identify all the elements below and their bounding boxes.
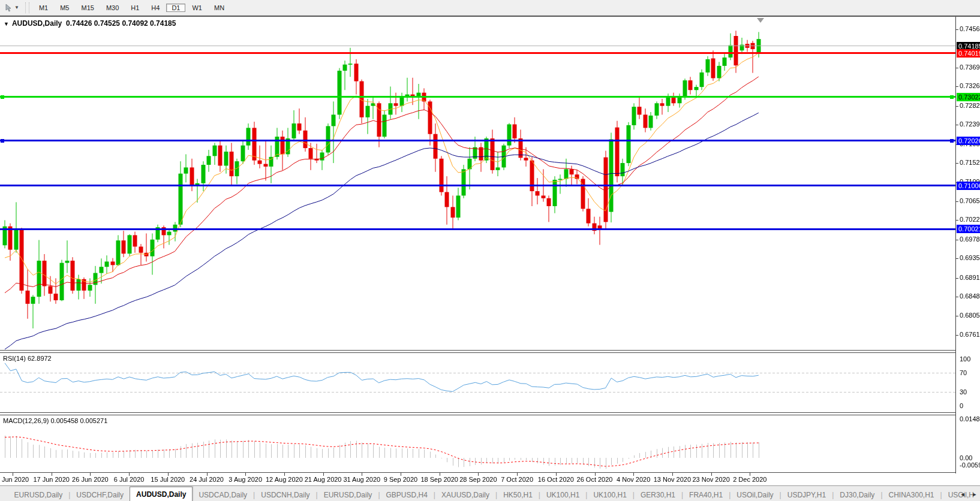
timeframe-button-d1[interactable]: D1 [166, 4, 185, 12]
chart-tab-usdjpy-h1-14[interactable]: USDJPY,H1 [781, 489, 832, 501]
support-line-0.73023[interactable] [0, 96, 955, 98]
timeframe-button-mn[interactable]: MN [209, 4, 230, 12]
cursor-tool-icon[interactable] [2, 2, 14, 13]
rsi-axis-label: 30 [960, 388, 967, 396]
tab-scroll-left-icon[interactable]: ◄ [958, 490, 967, 499]
rsi-indicator-label: RSI(14) 62.8972 [3, 355, 52, 362]
price-badge-0.70021: 0.70021 [957, 225, 980, 233]
support-line-0.72026[interactable] [0, 140, 955, 141]
resistance-line-0.74019[interactable] [0, 52, 955, 54]
chart-tab-bar: EURUSD,Daily|USDCHF,DailyAUDUSD,DailyUSD… [0, 485, 980, 501]
panel-splitter-rsi[interactable] [0, 350, 955, 353]
rsi-axis-label: 70 [960, 369, 967, 376]
date-axis-label: 2 Dec 2020 [733, 476, 766, 483]
rsi-axis-label: 0 [960, 402, 963, 409]
panel-splitter-macd[interactable] [0, 412, 955, 415]
date-axis-label: 16 Oct 2020 [538, 476, 574, 483]
price-badge-0.73023: 0.73023 [957, 93, 980, 101]
date-axis-label: 24 Jul 2020 [190, 476, 224, 483]
price-badge-0.74019: 0.74019 [957, 49, 980, 58]
price-axis-label: 0.72820 [960, 102, 980, 109]
chart-shift-marker-icon[interactable] [757, 18, 764, 23]
price-axis-label: 0.67610 [960, 331, 980, 338]
date-axis-label: 31 Aug 2020 [343, 476, 380, 483]
chart-tab-china300-h1-16[interactable]: CHINA300,H1 [883, 489, 940, 501]
line-handle[interactable] [950, 139, 954, 143]
mt4-window: ▼ M1M5M15M30H1H4D1W1MN ▼AUDUSD,Daily 0.7… [0, 0, 980, 501]
price-axis-label: 0.72390 [960, 120, 980, 128]
chart-tab-usdcnh-daily-4[interactable]: USDCNH,Daily [255, 489, 315, 501]
date-axis-label: 26 Jun 2020 [72, 476, 109, 483]
price-axis-label: 0.71520 [960, 159, 980, 166]
current-price-line-0.74185[interactable] [0, 46, 955, 46]
chart-tab-eurusd-daily-5[interactable]: EURUSD,Daily [318, 489, 378, 501]
chart-tab-uk100-h1-10[interactable]: UK100,H1 [587, 489, 632, 501]
date-axis-label: 4 Nov 2020 [617, 476, 650, 483]
price-axis-border [955, 17, 956, 473]
chart-title-overlay: ▼AUDUSD,Daily 0.74426 0.74525 0.74092 0.… [4, 19, 176, 28]
chart-region: ▼AUDUSD,Daily 0.74426 0.74525 0.74092 0.… [0, 16, 980, 487]
line-handle[interactable] [1, 95, 4, 99]
rsi-axis-label: 100 [960, 355, 970, 363]
macd-axis-label: 0.00 [960, 454, 972, 461]
price-axis-label: 0.70650 [960, 197, 980, 204]
date-axis-label: 28 Sep 2020 [459, 476, 497, 483]
chart-tab-usdcad-daily-3[interactable]: USDCAD,Daily [193, 489, 253, 501]
date-axis-label: 3 Aug 2020 [229, 476, 262, 483]
date-axis-label: 6 Jul 2020 [114, 476, 145, 483]
date-axis-label: 7 Oct 2020 [501, 476, 533, 483]
support-line-0.71006[interactable] [0, 185, 955, 186]
timeframe-button-h4[interactable]: H4 [146, 4, 165, 12]
chart-tab-ger30-h1-11[interactable]: GER30,H1 [635, 489, 681, 501]
macd-panel-bottom-border [0, 472, 955, 473]
one-click-collapse-icon[interactable]: ▼ [4, 21, 9, 27]
timeframe-button-m30[interactable]: M30 [101, 4, 124, 12]
chart-tab-eurusd-daily-0[interactable]: EURUSD,Daily [8, 489, 69, 501]
timeframe-button-h1[interactable]: H1 [125, 4, 145, 12]
macd-axis-label: -0.00593 [960, 461, 980, 469]
timeframe-button-m15[interactable]: M15 [76, 4, 99, 12]
price-badge-0.72026: 0.72026 [957, 137, 980, 145]
line-handle[interactable] [950, 95, 954, 99]
tab-scroll-right-icon[interactable]: ► [970, 490, 979, 499]
date-axis-label: 17 Jun 2020 [33, 476, 70, 483]
date-axis-label: 21 Aug 2020 [305, 476, 342, 483]
price-axis-label: 0.73690 [960, 64, 980, 71]
date-axis-label: 15 Jul 2020 [151, 476, 185, 483]
chart-tab-hk50-h1-8[interactable]: HK50,H1 [497, 489, 539, 501]
price-axis-label: 0.69780 [960, 236, 980, 243]
price-badge-0.71006: 0.71006 [957, 182, 980, 190]
chart-tab-usoil-daily-13[interactable]: USOil,Daily [731, 489, 779, 501]
chart-tab-dj30-daily-15[interactable]: DJ30,Daily [834, 489, 880, 501]
price-axis-label: 0.73260 [960, 82, 980, 89]
date-axis-label: 26 Oct 2020 [577, 476, 613, 483]
macd-indicator-label: MACD(12,26,9) 0.005458 0.005271 [3, 417, 107, 424]
timeframe-button-m1[interactable]: M1 [34, 4, 53, 12]
timeframe-button-w1[interactable]: W1 [187, 4, 208, 12]
price-axis-label: 0.68910 [960, 274, 980, 281]
price-axis-label: 0.70220 [960, 216, 980, 223]
chart-tab-usdchf-daily-1[interactable]: USDCHF,Daily [70, 489, 130, 501]
price-axis-label: 0.68050 [960, 312, 980, 319]
date-axis-label: 12 Aug 2020 [266, 476, 303, 483]
chart-ohlc-values: 0.74426 0.74525 0.74092 0.74185 [66, 19, 176, 28]
date-axis-label: 9 Sep 2020 [384, 476, 417, 483]
date-axis-label: 18 Sep 2020 [420, 476, 458, 483]
chart-tab-fra40-h1-12[interactable]: FRA40,H1 [683, 489, 729, 501]
cursor-tool-dropdown-icon[interactable]: ▼ [14, 5, 19, 10]
timeframe-buttons: M1M5M15M30H1H4D1W1MN [33, 2, 230, 14]
price-axis-label: 0.68480 [960, 292, 980, 300]
timeframe-button-m5[interactable]: M5 [55, 4, 74, 12]
date-axis-label: 13 Nov 2020 [654, 476, 691, 483]
chart-tab-uk100-h1-9[interactable]: UK100,H1 [540, 489, 585, 501]
chart-tab-gbpusd-h4-6[interactable]: GBPUSD,H4 [380, 489, 434, 501]
chart-canvas[interactable] [0, 17, 980, 487]
chart-tab-xauusd-daily-7[interactable]: XAUUSD,Daily [435, 489, 495, 501]
timeframe-toolbar: ▼ M1M5M15M30H1H4D1W1MN [0, 0, 980, 16]
date-axis-label: 23 Nov 2020 [692, 476, 729, 483]
support-line-0.70021[interactable] [0, 228, 955, 230]
macd-axis-label: 0.014861 [960, 415, 980, 422]
line-handle[interactable] [1, 139, 4, 143]
chart-tab-audusd-daily-2[interactable]: AUDUSD,Daily [130, 487, 193, 501]
price-axis-label: 0.69350 [960, 254, 980, 261]
